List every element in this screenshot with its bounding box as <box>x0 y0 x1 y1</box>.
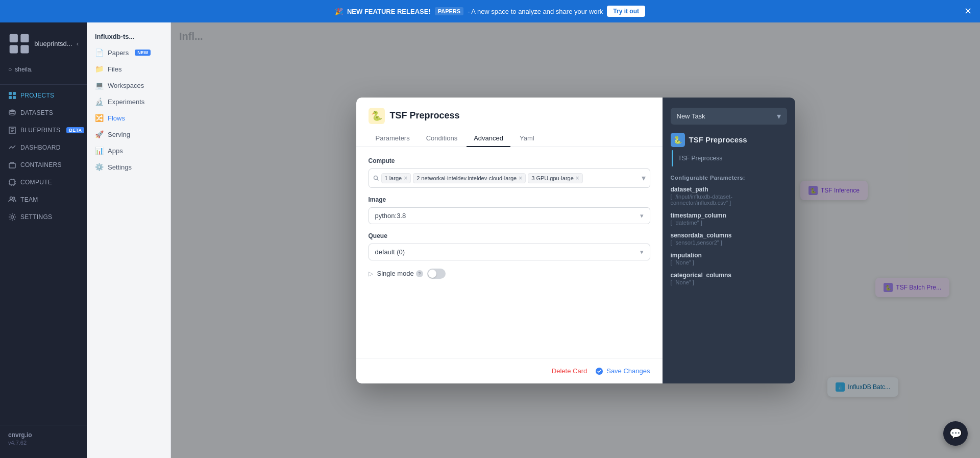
modal-footer: Delete Card Save Changes <box>356 358 663 383</box>
banner-icon: 🎉 <box>335 8 343 15</box>
compute-tag-3[interactable]: 3 GPU.gpu-large × <box>528 173 583 183</box>
compute-select[interactable]: 1 large × 2 networkai-inteldev.inteldev-… <box>369 168 650 188</box>
datasets-icon <box>8 109 16 117</box>
apps-icon: 📊 <box>95 147 104 155</box>
sidebar-item-settings[interactable]: SETTINGS <box>0 208 87 226</box>
right-panel-title: TSF Preprocess <box>689 135 747 144</box>
sidebar-item-label: DATASETS <box>20 109 53 116</box>
sidebar2-item-flows[interactable]: 🔀 Flows <box>87 110 170 126</box>
param-value: [ "None" ] <box>671 259 787 266</box>
compute-icon <box>8 178 16 186</box>
new-task-dropdown[interactable]: New Task ▾ <box>671 108 787 125</box>
modal-title: TSF Preprocess <box>390 110 460 121</box>
projects-icon <box>8 91 16 100</box>
sidebar-item-blueprints[interactable]: BLUEPRINTS BETA <box>0 122 87 139</box>
sidebar2-item-workspaces[interactable]: 💻 Workspaces <box>87 77 170 93</box>
chat-bubble-button[interactable]: 💬 <box>943 421 968 446</box>
modal-title-icon: 🐍 <box>369 108 385 124</box>
modal-container: 🐍 TSF Preprocess Parameters Conditions A… <box>356 98 795 383</box>
modal-right-panel: New Task ▾ 🐍 TSF Preprocess TSF Preproce… <box>663 98 795 383</box>
user-label: ○ sheila. <box>0 63 87 76</box>
compute-tag-label: 1 large <box>385 175 402 181</box>
tab-advanced[interactable]: Advanced <box>467 130 510 147</box>
svg-rect-10 <box>10 180 15 185</box>
sidebar-item-label: PROJECTS <box>20 92 54 99</box>
sidebar2-item-papers[interactable]: 📄 Papers NEW <box>87 44 170 61</box>
svg-rect-0 <box>10 34 18 42</box>
new-task-label: New Task <box>677 112 705 120</box>
try-it-out-button[interactable]: Try it out <box>607 6 645 17</box>
banner-close-button[interactable]: ✕ <box>964 6 972 17</box>
blueprints-icon <box>8 126 16 134</box>
sidebar-item-dashboard[interactable]: DASHBOARD <box>0 139 87 156</box>
containers-icon <box>8 161 16 169</box>
compute-tag-label: 2 networkai-inteldev.inteldev-cloud-larg… <box>416 175 517 181</box>
save-changes-button[interactable]: Save Changes <box>595 367 650 375</box>
single-mode-text: Single mode <box>377 270 414 277</box>
delete-card-button[interactable]: Delete Card <box>552 367 587 375</box>
single-mode-toggle[interactable] <box>427 269 446 279</box>
compute-tag-1[interactable]: 1 large × <box>381 173 411 183</box>
tab-yaml[interactable]: Yaml <box>512 130 542 147</box>
compute-tag-2[interactable]: 2 networkai-inteldev.inteldev-cloud-larg… <box>413 173 526 183</box>
sidebar-item-compute[interactable]: COMPUTE <box>0 174 87 191</box>
remove-tag-1[interactable]: × <box>404 175 407 182</box>
papers-icon: 📄 <box>95 49 104 57</box>
param-value: [ "None" ] <box>671 279 787 285</box>
sidebar2-item-files[interactable]: 📁 Files <box>87 61 170 77</box>
param-timestamp-column: timestamp_column [ "datetime" ] <box>671 212 787 226</box>
experiments-icon: 🔬 <box>95 98 104 106</box>
image-label: Image <box>369 196 650 203</box>
banner-papers: PAPERS <box>435 7 463 15</box>
flow-canvas[interactable]: Infl... 🐍 TSF Inference 🐍 TSF Batch Pre.… <box>171 22 980 458</box>
toggle-knob <box>428 270 436 278</box>
modal-header: 🐍 TSF Preprocess <box>356 98 663 124</box>
org-name: blueprintsd... <box>34 40 72 47</box>
flows-icon: 🔀 <box>95 114 104 122</box>
param-name: sensordata_columns <box>671 232 787 239</box>
image-field-group: Image python:3.8 ▾ <box>369 196 650 224</box>
svg-point-12 <box>13 197 15 199</box>
sidebar-item-datasets[interactable]: DATASETS <box>0 104 87 122</box>
right-panel-header: 🐍 TSF Preprocess <box>671 133 787 147</box>
compute-search-icon <box>373 175 379 181</box>
remove-tag-3[interactable]: × <box>576 175 579 182</box>
sidebar2-item-label: Workspaces <box>108 82 144 89</box>
sidebar-item-projects[interactable]: PROJECTS <box>0 87 87 104</box>
sidebar2-item-experiments[interactable]: 🔬 Experiments <box>87 93 170 110</box>
svg-rect-1 <box>20 34 29 42</box>
image-chevron-icon: ▾ <box>640 212 644 220</box>
image-select[interactable]: python:3.8 ▾ <box>369 207 650 224</box>
sidebar2-item-settings[interactable]: ⚙️ Settings <box>87 159 170 175</box>
settings-icon <box>8 213 16 221</box>
svg-point-13 <box>11 216 14 219</box>
remove-tag-2[interactable]: × <box>519 175 522 182</box>
sidebar-item-containers[interactable]: CONTAINERS <box>0 156 87 174</box>
configurable-params-title: Configurable Parameters: <box>671 175 787 181</box>
collapse-icon[interactable]: ‹ <box>77 40 79 47</box>
sidebar2-item-serving[interactable]: 🚀 Serving <box>87 126 170 142</box>
svg-rect-7 <box>13 96 16 99</box>
tab-parameters[interactable]: Parameters <box>369 130 417 147</box>
modal-tabs: Parameters Conditions Advanced Yaml <box>356 130 663 147</box>
tab-conditions[interactable]: Conditions <box>419 130 464 147</box>
banner-description: - A new space to analyze and share your … <box>468 8 603 15</box>
sidebar-item-team[interactable]: TEAM <box>0 191 87 208</box>
org-label[interactable]: blueprintsd... ‹ <box>0 29 87 59</box>
queue-chevron-icon: ▾ <box>640 248 644 256</box>
sidebar2-item-apps[interactable]: 📊 Apps <box>87 142 170 159</box>
check-circle-icon <box>595 367 603 375</box>
right-python-icon: 🐍 <box>673 136 682 144</box>
top-banner: 🎉 NEW FEATURE RELEASE! PAPERS - A new sp… <box>0 0 980 22</box>
queue-field-group: Queue default (0) ▾ <box>369 232 650 260</box>
sidebar2-item-label: Settings <box>108 163 132 171</box>
param-value: [ "/input/influxdb-dataset-connector/inf… <box>671 194 787 206</box>
sidebar-divider-1 <box>0 84 87 85</box>
sidebar2-item-label: Flows <box>108 114 125 122</box>
queue-select[interactable]: default (0) ▾ <box>369 244 650 260</box>
cnvrg-logo: cnvrg.io <box>8 431 79 439</box>
param-sensordata-columns: sensordata_columns [ "sensor1,sensor2" ] <box>671 232 787 246</box>
param-imputation: imputation [ "None" ] <box>671 252 787 266</box>
version-number: v4.7.62 <box>8 440 79 446</box>
sidebar-item-label: TEAM <box>20 196 38 203</box>
